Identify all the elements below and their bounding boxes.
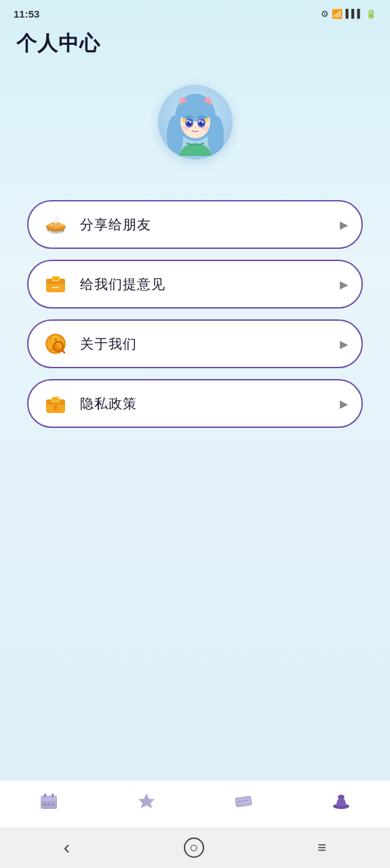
battery-icon: 🔋 (366, 9, 376, 19)
status-time: 11:53 (14, 8, 39, 20)
menu-item-feedback[interactable]: 给我们提意见 ▶ (27, 260, 363, 309)
svg-rect-41 (44, 793, 46, 797)
svg-point-20 (182, 118, 186, 122)
svg-rect-25 (53, 277, 58, 280)
avatar-image (158, 85, 233, 159)
nav-item-profile[interactable] (292, 781, 390, 827)
signal-icon: ▌▌▌ (345, 9, 363, 18)
svg-rect-43 (43, 804, 46, 806)
nav-item-ticket[interactable] (195, 781, 293, 827)
privacy-arrow: ▶ (340, 397, 348, 410)
page-title: 个人中心 (0, 24, 390, 58)
ticket-nav-icon (233, 791, 254, 816)
about-arrow: ▶ (340, 338, 348, 351)
svg-marker-46 (138, 793, 155, 808)
network-icon: 📶 (332, 9, 343, 19)
menu-button[interactable]: ≡ (304, 833, 340, 862)
svg-point-21 (205, 118, 209, 122)
share-arrow: ▶ (340, 218, 348, 231)
svg-rect-44 (47, 804, 50, 806)
menu-section: 🥧 分享给朋友 ▶ 给我们提意见 ▶ (0, 200, 390, 428)
svg-rect-45 (52, 804, 54, 806)
svg-line-32 (62, 350, 64, 353)
menu-item-about[interactable]: 关于我们 ▶ (27, 319, 363, 368)
status-icons-group: ⚙ 📶 ▌▌▌ 🔋 (321, 9, 376, 19)
menu-item-privacy[interactable]: 隐私政策 ▶ (27, 379, 363, 428)
about-label: 关于我们 (80, 335, 340, 353)
svg-rect-26 (52, 287, 59, 288)
svg-point-15 (189, 121, 191, 123)
svg-rect-42 (52, 793, 54, 797)
vibrate-icon: ⚙ (321, 9, 329, 19)
svg-rect-38 (55, 408, 56, 410)
privacy-label: 隐私政策 (80, 395, 340, 413)
feedback-icon (42, 271, 69, 298)
about-icon (42, 330, 69, 357)
home-button[interactable]: ○ (184, 837, 204, 858)
nav-item-star[interactable] (98, 781, 195, 827)
back-button[interactable]: ‹ (50, 831, 83, 864)
svg-point-16 (201, 121, 203, 123)
share-label: 分享给朋友 (80, 216, 340, 234)
svg-point-51 (338, 795, 345, 799)
svg-point-18 (181, 126, 189, 130)
svg-point-19 (201, 126, 210, 130)
feedback-arrow: ▶ (340, 278, 348, 291)
nav-item-calendar[interactable] (0, 781, 98, 827)
system-nav-bar: ‹ ○ ≡ (0, 827, 390, 868)
feedback-label: 给我们提意见 (80, 275, 340, 294)
bottom-nav (0, 780, 390, 827)
star-nav-icon (136, 791, 157, 816)
profile-nav-icon (331, 791, 351, 816)
svg-point-17 (194, 127, 195, 128)
privacy-icon (42, 390, 69, 417)
avatar[interactable] (158, 85, 233, 159)
status-bar: 11:53 ⚙ 📶 ▌▌▌ 🔋 (0, 0, 390, 24)
calendar-nav-icon (39, 791, 59, 816)
svg-rect-36 (53, 398, 58, 401)
avatar-section (0, 58, 390, 200)
share-icon: 🥧 (42, 211, 69, 238)
menu-item-share[interactable]: 🥧 分享给朋友 ▶ (27, 200, 363, 249)
svg-rect-40 (41, 795, 57, 801)
